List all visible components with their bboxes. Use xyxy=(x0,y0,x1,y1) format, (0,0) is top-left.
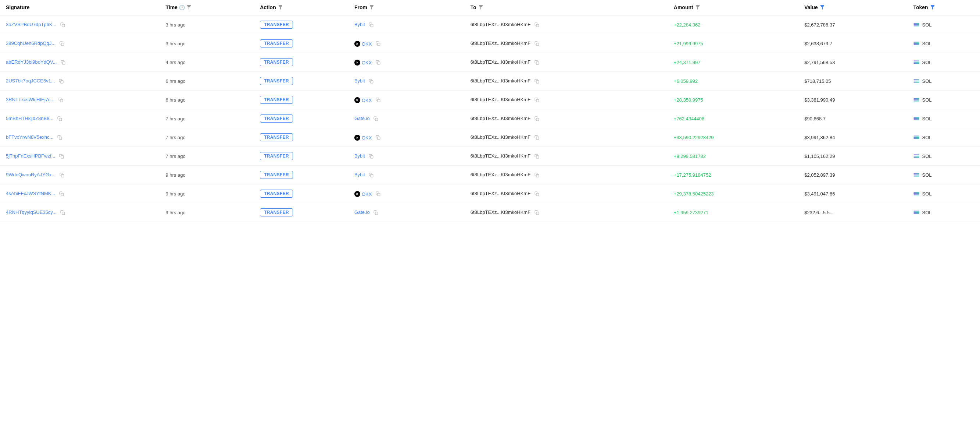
signature-copy-button[interactable] xyxy=(57,96,64,103)
from-link[interactable]: Gate.io xyxy=(354,209,370,215)
svg-rect-31 xyxy=(375,118,378,121)
from-name: OKX xyxy=(362,60,372,66)
signature-link[interactable]: abERdYJ3bi9boYdQV... xyxy=(6,59,57,65)
to-copy-button[interactable] xyxy=(533,59,540,66)
signature-copy-button[interactable] xyxy=(56,134,63,141)
from-filter-icon[interactable] xyxy=(369,5,374,10)
value-filter-icon[interactable] xyxy=(820,5,825,10)
transfer-badge[interactable]: TRANSFER xyxy=(260,208,293,216)
cell-amount: +17,275.9184752 xyxy=(668,166,799,184)
to-copy-button[interactable] xyxy=(533,153,540,160)
signature-copy-button[interactable] xyxy=(60,59,66,66)
from-copy-button[interactable] xyxy=(368,78,375,84)
from-copy-button[interactable] xyxy=(373,209,379,216)
token-filter-icon[interactable] xyxy=(930,5,935,10)
signature-copy-button[interactable] xyxy=(59,21,66,28)
clock-icon[interactable]: 🕐 xyxy=(180,5,185,10)
signature-link[interactable]: 3oZVSPBdU7dpTp6K... xyxy=(6,22,56,27)
svg-rect-7 xyxy=(377,43,380,45)
transfer-badge[interactable]: TRANSFER xyxy=(260,115,293,123)
signature-link[interactable]: bFTvxYrwN8V5exhc... xyxy=(6,134,53,140)
transfer-badge[interactable]: TRANSFER xyxy=(260,39,293,48)
transfer-badge[interactable]: TRANSFER xyxy=(260,77,293,85)
action-filter-icon[interactable] xyxy=(278,5,283,10)
from-link[interactable]: ✕ OKX xyxy=(354,60,372,66)
transfer-badge[interactable]: TRANSFER xyxy=(260,133,293,141)
signature-copy-button[interactable] xyxy=(58,190,65,197)
svg-rect-21 xyxy=(914,80,920,80)
cell-to: 6t8LbpTEXz...Kf3mkoHKmF xyxy=(465,15,668,34)
signature-link[interactable]: 389CqhUeh6RdpQqJ... xyxy=(6,40,56,46)
to-copy-button[interactable] xyxy=(533,96,540,103)
signature-copy-button[interactable] xyxy=(58,78,65,84)
signature-copy-button[interactable] xyxy=(56,115,63,122)
signature-link[interactable]: 5mBhHTHkjjdZ8nB8... xyxy=(6,116,53,121)
cell-to: 6t8LbpTEXz...Kf3mkoHKmF xyxy=(465,128,668,147)
svg-rect-15 xyxy=(914,61,920,61)
from-copy-button[interactable] xyxy=(368,171,375,178)
from-link[interactable]: Bybit xyxy=(354,153,365,159)
from-copy-button[interactable] xyxy=(368,153,375,160)
svg-rect-59 xyxy=(914,194,920,195)
sol-icon xyxy=(913,153,920,160)
to-copy-button[interactable] xyxy=(533,134,540,141)
signature-link[interactable]: 4sAhiFFxJWSYfNMK... xyxy=(6,191,55,196)
amount-filter-icon[interactable] xyxy=(695,5,700,10)
from-copy-button[interactable] xyxy=(375,96,381,103)
amount-value: +21,999.9975 xyxy=(674,41,703,46)
svg-rect-33 xyxy=(914,117,920,118)
transfer-badge[interactable]: TRANSFER xyxy=(260,96,293,104)
table-row: 9WdoQwnnRyAJYGx... 9 hrs agoTRANSFER Byb… xyxy=(0,166,980,184)
transfer-badge[interactable]: TRANSFER xyxy=(260,152,293,160)
to-copy-button[interactable] xyxy=(533,190,540,197)
from-name: Gate.io xyxy=(354,209,370,215)
cell-from: Gate.io xyxy=(348,203,465,222)
from-link[interactable]: Bybit xyxy=(354,22,365,27)
from-copy-button[interactable] xyxy=(375,59,381,66)
from-link[interactable]: Bybit xyxy=(354,78,365,83)
from-link[interactable]: ✕ OKX xyxy=(354,135,372,141)
to-copy-button[interactable] xyxy=(533,171,540,178)
from-link[interactable]: Gate.io xyxy=(354,116,370,121)
from-link[interactable]: ✕ OKX xyxy=(354,97,372,103)
to-copy-button[interactable] xyxy=(533,78,540,84)
transfer-badge[interactable]: TRANSFER xyxy=(260,21,293,29)
time-filter-icon[interactable] xyxy=(186,5,191,10)
from-link[interactable]: ✕ OKX xyxy=(354,191,372,197)
col-header-token: Token xyxy=(907,0,980,15)
from-copy-button[interactable] xyxy=(375,40,381,47)
from-link[interactable]: ✕ OKX xyxy=(354,41,372,47)
token-name: SOL xyxy=(922,191,931,197)
signature-link[interactable]: 4RNHTqyyiqSUE35cy... xyxy=(6,209,57,215)
signature-copy-button[interactable] xyxy=(60,209,66,216)
signature-link[interactable]: 3RNTTkcsWkjHtEj7c... xyxy=(6,97,54,102)
svg-rect-38 xyxy=(536,137,539,139)
from-link[interactable]: Bybit xyxy=(354,172,365,177)
signature-link[interactable]: 5jThpFnExsHPBFwzf... xyxy=(6,153,55,159)
cell-value: $3,491,047.66 xyxy=(799,184,907,203)
transfer-badge[interactable]: TRANSFER xyxy=(260,171,293,179)
col-header-value-label: Value xyxy=(804,5,818,10)
from-name: OKX xyxy=(362,192,372,197)
cell-token: SOL xyxy=(907,166,980,184)
svg-rect-17 xyxy=(914,63,920,64)
to-filter-icon[interactable] xyxy=(478,5,484,10)
signature-copy-button[interactable] xyxy=(59,171,65,178)
cell-amount: +24,371.997 xyxy=(668,53,799,72)
transfer-badge[interactable]: TRANSFER xyxy=(260,58,293,66)
value-amount: $2,052,897.39 xyxy=(804,172,835,178)
to-copy-button[interactable] xyxy=(533,21,540,28)
to-copy-button[interactable] xyxy=(533,115,540,122)
from-copy-button[interactable] xyxy=(368,21,375,28)
value-amount: $3,381,990.49 xyxy=(804,97,835,103)
signature-copy-button[interactable] xyxy=(58,153,65,160)
signature-copy-button[interactable] xyxy=(59,40,65,47)
signature-link[interactable]: 2US7bk7oqJCCE6v1... xyxy=(6,78,55,83)
to-copy-button[interactable] xyxy=(533,209,540,216)
transfer-badge[interactable]: TRANSFER xyxy=(260,190,293,198)
from-copy-button[interactable] xyxy=(373,115,379,122)
from-copy-button[interactable] xyxy=(375,134,381,141)
from-copy-button[interactable] xyxy=(375,190,381,197)
signature-link[interactable]: 9WdoQwnnRyAJYGx... xyxy=(6,172,56,177)
to-copy-button[interactable] xyxy=(533,40,540,47)
